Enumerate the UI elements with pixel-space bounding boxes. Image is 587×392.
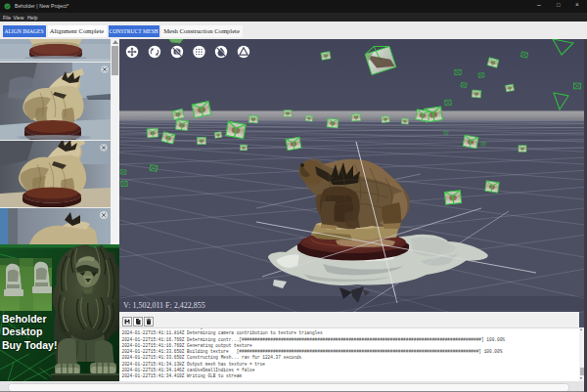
svg-text:Beholder: Beholder [2, 313, 47, 325]
svg-text:Buy Today!: Buy Today! [2, 339, 57, 351]
svg-text:Desktop: Desktop [2, 326, 42, 337]
svg-text:V: 1,502,011 F: 2,422,855: V: 1,502,011 F: 2,422,855 [123, 301, 205, 310]
